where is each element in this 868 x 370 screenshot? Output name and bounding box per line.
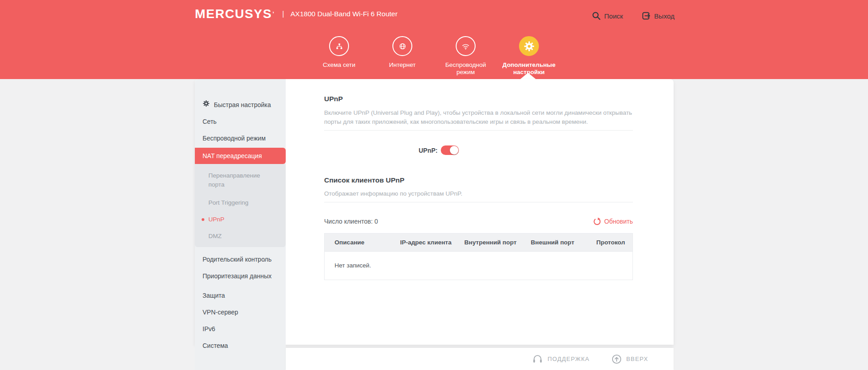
nat-submenu: Перенаправление порта Port Triggering UP…: [195, 164, 286, 247]
nav-item-advanced-settings[interactable]: Дополнительные настройки: [495, 36, 563, 76]
sidebar-menu: Быстрая настройка Сеть Беспроводной режи…: [195, 79, 286, 370]
sidebar-label-qos: Приоритезация данных: [203, 272, 272, 280]
gear-small-icon: [203, 97, 210, 113]
mercusys-logo: MERCUSYS: [195, 7, 272, 21]
submenu-item-port-forwarding[interactable]: Перенаправление порта: [195, 171, 263, 189]
sidebar-label-nat-forwarding: NAT переадресация: [203, 152, 262, 159]
submenu-label-dmz: DMZ: [208, 233, 222, 239]
active-bullet-icon: [202, 218, 204, 221]
table-empty-text: Нет записей.: [325, 251, 632, 280]
upnp-toggle-switch[interactable]: [441, 145, 459, 155]
sidebar-item-network[interactable]: Сеть: [195, 113, 286, 130]
nav-label-network-map: Схема сети: [323, 61, 355, 69]
support-label: ПОДДЕРЖКА: [547, 356, 590, 362]
logout-icon: [641, 11, 651, 21]
sidebar-item-quick-setup[interactable]: Быстрая настройка: [195, 97, 286, 113]
upnp-toggle-row: UPnP:: [324, 145, 633, 155]
submenu-item-dmz[interactable]: DMZ: [195, 228, 286, 244]
arrow-up-circle-icon: [611, 354, 622, 365]
sidebar-label-wireless: Беспроводной режим: [203, 135, 266, 142]
support-button[interactable]: ПОДДЕРЖКА: [532, 353, 590, 365]
sidebar-item-wireless[interactable]: Беспроводной режим: [195, 130, 286, 147]
sidebar-item-parental-controls[interactable]: Родительский контроль: [195, 251, 286, 268]
search-button[interactable]: Поиск: [591, 11, 623, 21]
nav-item-wireless[interactable]: Беспроводной режим: [436, 36, 495, 76]
clients-section-description: Отображает информацию по устройствам UPn…: [324, 190, 633, 197]
sidebar-label-quick-setup: Быстрая настройка: [214, 97, 271, 113]
router-admin-page: MERCUSYS’ | AX1800 Dual-Band Wi-Fi 6 Rou…: [0, 0, 868, 370]
sidebar-label-parental-controls: Родительский контроль: [203, 256, 272, 263]
header-actions: Поиск Выход: [591, 11, 675, 21]
refresh-label: Обновить: [604, 218, 633, 225]
sidebar-item-security[interactable]: Защита: [195, 287, 286, 304]
clients-count-label: Число клиентов:: [324, 218, 373, 225]
active-tab-pointer: [520, 73, 536, 79]
sidebar-label-ipv6: IPv6: [203, 325, 215, 333]
upnp-clients-table: Описание IP-адрес клиента Внутренний пор…: [324, 233, 633, 280]
sidebar-item-ipv6[interactable]: IPv6: [195, 321, 286, 337]
divider: [324, 130, 633, 131]
logout-button[interactable]: Выход: [641, 11, 675, 21]
upnp-section-description: Включите UPnP (Universal Plug and Play),…: [324, 108, 633, 126]
globe-icon: [392, 36, 412, 56]
upnp-section-title: UPnP: [324, 95, 633, 103]
network-map-icon: [329, 36, 349, 56]
column-header-client-ip: IP-адрес клиента: [390, 234, 454, 251]
column-header-external-port: Внешний порт: [521, 234, 586, 251]
upnp-toggle-label: UPnP:: [324, 147, 438, 154]
submenu-label-upnp: UPnP: [208, 216, 224, 223]
column-header-internal-port: Внутренний порт: [454, 234, 521, 251]
router-model-title: AX1800 Dual-Band Wi-Fi 6 Router: [290, 10, 397, 18]
sidebar-label-system: Система: [203, 342, 228, 349]
divider: [324, 202, 633, 202]
logo-trademark: ’: [273, 11, 274, 17]
sidebar-label-security: Защита: [203, 292, 225, 299]
sidebar-label-vpn-server: VPN-сервер: [203, 309, 238, 316]
clients-section-title: Список клиентов UPnP: [324, 176, 633, 184]
sidebar-item-vpn-server[interactable]: VPN-сервер: [195, 304, 286, 321]
top-navigation: Схема сети Интернет: [310, 36, 563, 76]
submenu-label-port-forwarding: Перенаправление порта: [208, 172, 260, 188]
submenu-label-port-triggering: Port Triggering: [208, 199, 249, 206]
toggle-knob: [450, 146, 458, 155]
table-empty-row: Нет записей.: [325, 251, 632, 280]
refresh-button[interactable]: Обновить: [592, 217, 633, 226]
column-header-protocol: Протокол: [586, 234, 632, 251]
refresh-icon: [592, 217, 602, 226]
wifi-icon: [456, 36, 476, 56]
sidebar-item-nat-forwarding[interactable]: NAT переадресация: [195, 148, 286, 164]
sidebar-item-qos[interactable]: Приоритезация данных: [195, 268, 286, 285]
nav-label-wireless: Беспроводной режим: [436, 61, 495, 76]
submenu-item-upnp[interactable]: UPnP: [195, 211, 286, 228]
brand: MERCUSYS’ | AX1800 Dual-Band Wi-Fi 6 Rou…: [195, 7, 397, 21]
upnp-settings-panel: UPnP Включите UPnP (Universal Plug and P…: [324, 79, 633, 280]
back-to-top-label: ВВЕРХ: [626, 356, 648, 362]
back-to-top-button[interactable]: ВВЕРХ: [611, 354, 648, 365]
submenu-item-port-triggering[interactable]: Port Triggering: [195, 194, 286, 211]
nav-label-internet: Интернет: [389, 61, 416, 69]
table-header-row: Описание IP-адрес клиента Внутренний пор…: [325, 234, 632, 251]
sidebar-item-system[interactable]: Система: [195, 337, 286, 354]
search-label: Поиск: [604, 12, 623, 20]
clients-count-value: 0: [374, 218, 378, 225]
header: MERCUSYS’ | AX1800 Dual-Band Wi-Fi 6 Rou…: [0, 0, 868, 79]
clients-count-row: Число клиентов: 0 Обновить: [324, 216, 633, 226]
clients-count: Число клиентов: 0: [324, 218, 378, 225]
gear-icon: [519, 36, 539, 56]
sidebar-label-network: Сеть: [203, 118, 217, 125]
title-separator: |: [282, 10, 284, 18]
footer-bar: ПОДДЕРЖКА ВВЕРХ: [286, 348, 674, 370]
logout-label: Выход: [654, 12, 675, 20]
nav-item-network-map[interactable]: Схема сети: [310, 36, 368, 69]
headset-icon: [532, 353, 543, 365]
nav-item-internet[interactable]: Интернет: [368, 36, 436, 69]
column-header-description: Описание: [325, 234, 390, 251]
search-icon: [591, 11, 601, 21]
